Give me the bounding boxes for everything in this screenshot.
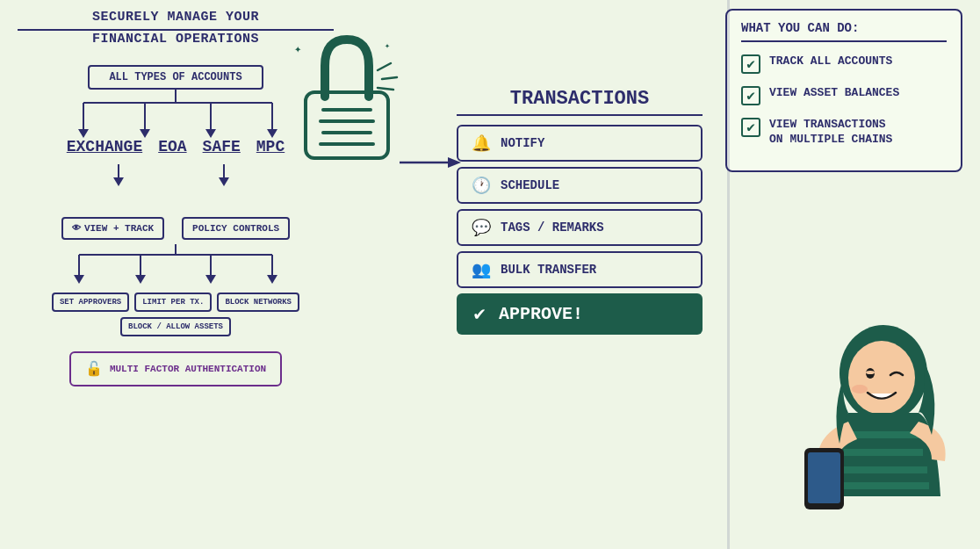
account-types-row: EXCHANGE EOA SAFE MPC [67,138,285,155]
notify-label: NOTIFY [501,136,544,150]
view-track-box: 👁 VIEW + TRACK [61,217,164,240]
approve-label: APPROVE! [499,304,583,324]
checkmark-1: ✔ [746,55,755,73]
tags-remarks-label: TAGS / REMARKS [501,220,604,235]
mfa-box: 🔓 MULTI FACTOR AUTHENTICATION [69,351,282,386]
third-branch-lines [40,244,312,288]
wycd-item-3: ✔ VIEW TRANSACTIONSON MULTIPLE CHAINS [741,118,947,148]
svg-marker-17 [74,275,84,284]
person-illustration [787,321,980,549]
chat-icon: 💬 [471,218,492,237]
safe-label: SAFE [203,138,241,155]
svg-marker-3 [78,129,89,138]
eoa-label: EOA [158,138,186,155]
svg-rect-46 [808,452,840,503]
svg-marker-21 [205,275,216,284]
main-title: SECURELY MANAGE YOUR FINANCIAL OPERATION… [18,9,334,47]
set-approvers-box: SET APPROVERS [52,293,129,312]
wycd-text-3: VIEW TRANSACTIONSON MULTIPLE CHAINS [769,118,892,148]
checkbox-3: ✔ [741,118,760,137]
notify-item: 🔔 NOTIFY [457,125,703,162]
svg-point-37 [848,341,915,415]
svg-marker-19 [135,275,146,284]
svg-rect-24 [306,92,388,158]
svg-marker-13 [219,177,229,186]
level2-boxes: 👁 VIEW + TRACK POLICY CONTROLS [61,217,290,240]
block-allow-assets-box: BLOCK / ALLOW ASSETS [120,317,231,336]
bulk-transfer-label: BULK TRANSFER [501,263,596,277]
bell-icon: 🔔 [471,134,492,153]
checkmark-3: ✔ [746,119,755,136]
second-branch-lines [40,164,312,213]
svg-marker-23 [267,275,277,284]
checkmark-2: ✔ [746,87,755,105]
svg-point-39 [866,371,875,374]
mfa-label: MULTI FACTOR AUTHENTICATION [110,364,266,374]
wycd-text-1: TRACK ALL ACCOUNTS [769,54,892,69]
checkmark-icon: ✔ [469,302,490,326]
tags-remarks-item: 💬 TAGS / REMARKS [457,209,703,246]
connector-arrow [400,154,465,171]
padlock-illustration: ✦ ✦ [290,26,404,167]
right-divider [727,0,730,549]
svg-text:✦: ✦ [294,42,302,56]
wycd-title: WHAT YOU CAN DO: [741,21,947,42]
mpc-label: MPC [256,138,285,155]
approve-item[interactable]: ✔ APPROVE! [457,293,703,335]
checkbox-2: ✔ [741,86,760,105]
bulk-transfer-item: 👥 BULK TRANSFER [457,251,703,288]
svg-marker-11 [113,177,124,186]
svg-line-31 [378,88,393,90]
what-you-can-do-panel: WHAT YOU CAN DO: ✔ TRACK ALL ACCOUNTS ✔ … [725,9,962,172]
svg-text:✦: ✦ [385,41,390,51]
people-icon: 👥 [471,260,492,279]
title-line2: FINANCIAL OPERATIONS [92,32,259,47]
wycd-text-2: VIEW ASSET BALANCES [769,86,899,101]
schedule-label: SCHEDULE [501,178,559,192]
wycd-item-1: ✔ TRACK ALL ACCOUNTS [741,54,947,74]
policy-controls-box: POLICY CONTROLS [182,217,290,240]
eye-icon: 👁 [72,223,81,234]
title-line1: SECURELY MANAGE YOUR [18,9,334,31]
all-accounts-box: ALL TYPES OF ACCOUNTS [88,65,263,90]
padlock-svg: ✦ ✦ [290,26,404,167]
transactions-title: TRANSACTIONS [457,88,703,116]
wycd-item-2: ✔ VIEW ASSET BALANCES [741,86,947,105]
level3-boxes: SET APPROVERS LIMIT PER TX. BLOCK NETWOR… [18,293,334,336]
svg-marker-9 [267,129,277,138]
view-track-label: VIEW + TRACK [84,223,154,234]
svg-marker-5 [140,129,150,138]
svg-line-30 [382,77,397,79]
left-section: SECURELY MANAGE YOUR FINANCIAL OPERATION… [18,9,334,386]
svg-line-29 [378,63,391,70]
transactions-section: TRANSACTIONS 🔔 NOTIFY 🕐 SCHEDULE 💬 TAGS … [457,88,703,340]
flow-chart: ALL TYPES OF ACCOUNTS EXCHANGE EOA SAFE … [18,65,334,386]
policy-controls-label: POLICY CONTROLS [192,223,279,234]
right-section: WHAT YOU CAN DO: ✔ TRACK ALL ACCOUNTS ✔ … [725,9,962,172]
checkbox-1: ✔ [741,54,760,74]
block-networks-box: BLOCK NETWORKS [217,293,299,312]
lock-icon: 🔓 [85,360,103,378]
schedule-item: 🕐 SCHEDULE [457,167,703,204]
svg-point-40 [852,385,868,394]
exchange-label: EXCHANGE [67,138,142,155]
svg-marker-7 [205,129,216,138]
clock-icon: 🕐 [471,176,492,195]
branch-lines [40,90,312,142]
person-svg [787,321,980,549]
limit-per-tx-box: LIMIT PER TX. [134,293,212,312]
